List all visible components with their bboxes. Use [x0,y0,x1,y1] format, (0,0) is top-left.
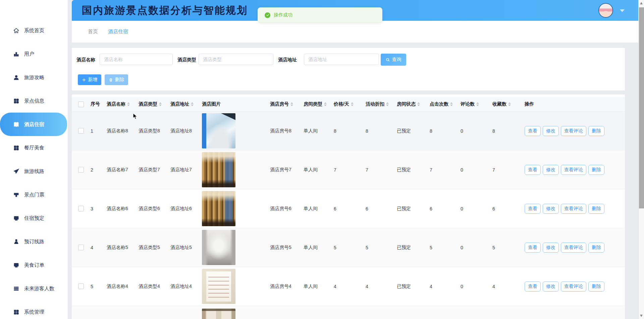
cell-status: 已预定 [393,206,426,212]
column-header-status[interactable]: 房间状态 [393,101,426,107]
cell-clicks: 5 [426,245,457,250]
view-comments-button[interactable]: 查看评论 [561,281,586,292]
column-header-comments[interactable]: 评论数 [457,101,489,107]
view-button[interactable]: 查看 [525,126,541,136]
table-row[interactable]: 5酒店名称4酒店类型4酒店地址4酒店房号4单人间44已预定404查看修改查看评论… [72,267,625,306]
sort-carets-icon[interactable] [290,102,293,106]
cell-favorites: 8 [489,128,521,134]
check-circle-icon [265,12,270,18]
vertical-scrollbar[interactable] [638,0,644,319]
sort-carets-icon[interactable] [450,102,453,106]
row-checkbox-cell [72,206,84,211]
home-icon [13,28,19,34]
row-checkbox[interactable] [78,245,84,250]
column-header-image: 酒店图片 [199,101,267,107]
column-header-address[interactable]: 酒店地址 [167,101,199,107]
hotel-address-input[interactable] [304,54,379,65]
delete-row-button[interactable]: 删除 [588,243,604,253]
scroll-up-icon[interactable] [640,2,643,4]
scroll-down-icon[interactable] [640,315,643,317]
sidebar-item-tickets[interactable]: 景点门票 [0,183,68,206]
sidebar-item-label: 用户 [24,51,34,57]
view-comments-button[interactable]: 查看评论 [561,126,586,136]
view-button[interactable]: 查看 [525,281,541,292]
table-row[interactable]: 1酒店名称8酒店类型8酒店地址8酒店房号8单人间88已预定808查看修改查看评论… [72,112,625,150]
edit-button[interactable]: 修改 [543,165,559,175]
sort-carets-icon[interactable] [476,102,479,106]
delete-row-button[interactable]: 删除 [588,281,604,292]
sidebar-item-lodging-booking[interactable]: 住宿预定 [0,206,68,230]
select-all-checkbox[interactable] [78,102,84,107]
sidebar-item-label: 酒店住宿 [24,121,44,128]
delete-row-button[interactable]: 删除 [588,126,604,136]
user-avatar[interactable] [599,4,612,17]
column-header-clicks[interactable]: 点击次数 [426,101,457,107]
tab-hotels[interactable]: 酒店住宿 [108,28,128,35]
sidebar-item-attractions[interactable]: 景点信息 [0,89,68,113]
column-header-price[interactable]: 价格/天 [330,101,362,107]
view-button[interactable]: 查看 [525,204,541,214]
cell-clicks: 4 [426,284,457,289]
sidebar-item-travel-routes[interactable]: 旅游线路 [0,160,68,183]
sidebar-item-hotels[interactable]: 酒店住宿 [0,113,67,136]
edit-button[interactable]: 修改 [543,204,559,214]
tab-home[interactable]: 首页 [88,28,98,35]
sort-carets-icon[interactable] [417,102,420,106]
query-button[interactable]: 查询 [381,54,406,66]
row-checkbox[interactable] [78,128,84,134]
edit-button[interactable]: 修改 [543,281,559,292]
delete-row-button[interactable]: 删除 [588,204,604,214]
sidebar-item-users[interactable]: 用户 [0,42,68,66]
sidebar-item-travel-guides[interactable]: 旅游攻略 [0,66,68,89]
sort-carets-icon[interactable] [386,102,389,106]
column-header-room_type[interactable]: 房间类型 [300,101,330,107]
delete-row-button[interactable]: 删除 [588,165,604,175]
person-stamp-icon [13,239,19,245]
bar-chart-icon [13,51,19,57]
sort-carets-icon[interactable] [127,102,130,106]
cell-favorites: 7 [489,167,521,173]
table-row-partial[interactable]: 查看修改查看评论删除 [72,306,625,319]
row-checkbox[interactable] [78,283,84,289]
cell-discount: 8 [362,128,393,134]
sidebar-item-route-booking[interactable]: 预订线路 [0,230,68,253]
table-row[interactable]: 2酒店名称7酒店类型7酒店地址7酒店房号7单人间77已预定707查看修改查看评论… [72,150,625,189]
sidebar-item-food-orders[interactable]: 美食订单 [0,253,68,277]
view-comments-button[interactable]: 查看评论 [561,165,586,175]
chevron-down-icon[interactable] [620,9,625,12]
sidebar-item-system-admin[interactable]: 系统管理 [0,300,68,319]
scrollbar-thumb[interactable] [639,7,644,208]
add-button[interactable]: 新增 [78,74,101,85]
column-header-name[interactable]: 酒店名称 [103,101,135,107]
table-row[interactable]: 3酒店名称6酒店类型6酒店地址6酒店房号6单人间66已预定606查看修改查看评论… [72,189,625,228]
sidebar-item-label: 未来游客人数 [24,285,54,292]
column-header-room_no[interactable]: 酒店房号 [267,101,300,107]
row-checkbox[interactable] [78,167,84,173]
sidebar-item-home[interactable]: 系统首页 [0,19,68,42]
sidebar-item-future-visitors[interactable]: 未来游客人数 [0,277,68,300]
row-checkbox[interactable] [78,206,84,211]
sidebar-item-label: 景点信息 [24,98,44,104]
column-header-favorites[interactable]: 收藏数 [489,101,521,107]
sort-carets-icon[interactable] [191,102,194,106]
view-comments-button[interactable]: 查看评论 [561,204,586,214]
table-row[interactable]: 4酒店名称5酒店类型5酒店地址5酒店房号5单人间55已预定505查看修改查看评论… [72,228,625,267]
hotel-photo-gold-atrium-lobby [202,191,235,226]
hotel-type-input[interactable] [199,54,273,65]
delete-button[interactable]: 删除 [105,74,128,85]
view-button[interactable]: 查看 [525,243,541,253]
view-comments-button[interactable]: 查看评论 [561,243,586,253]
sidebar-item-restaurants[interactable]: 餐厅美食 [0,136,68,160]
cell-type: 酒店类型8 [135,128,167,134]
hotel-name-input[interactable] [100,54,173,65]
cell-image [199,230,267,265]
sort-carets-icon[interactable] [351,102,354,106]
column-header-type[interactable]: 酒店类型 [135,101,167,107]
sort-carets-icon[interactable] [324,102,327,106]
sort-carets-icon[interactable] [159,102,162,106]
view-button[interactable]: 查看 [525,165,541,175]
column-header-discount[interactable]: 活动折扣 [362,101,393,107]
edit-button[interactable]: 修改 [543,243,559,253]
sort-carets-icon[interactable] [508,102,511,106]
edit-button[interactable]: 修改 [543,126,559,136]
